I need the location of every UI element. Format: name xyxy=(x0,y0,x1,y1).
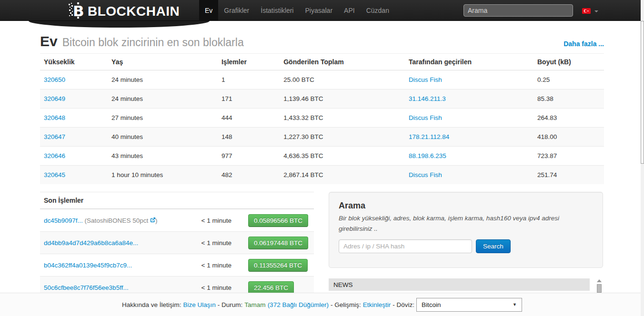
caret-down-icon xyxy=(594,10,598,12)
search-input[interactable] xyxy=(339,239,472,253)
tx-amount-button[interactable]: 0.06197448 BTC xyxy=(248,237,308,249)
block-height-link[interactable]: 320649 xyxy=(44,95,65,102)
block-total-sent: 1,433.32 BTC xyxy=(280,109,405,128)
block-age: 1 hour 10 minutes xyxy=(108,166,218,185)
currency-select[interactable]: Bitcoin ▼ xyxy=(416,298,522,312)
page-header: Ev Bitcoin blok zincirinin en son blokla… xyxy=(40,33,604,54)
table-row: 320645 1 hour 10 minutes 482 2,867.14 BT… xyxy=(40,166,604,185)
main-content: Ev Bitcoin blok zincirinin en son blokla… xyxy=(40,33,604,298)
block-size: 723.87 xyxy=(533,147,604,166)
tx-amount-button[interactable]: 0.11355264 BTC xyxy=(248,259,308,272)
bitcoin-logo-icon: B xyxy=(68,2,86,21)
col-relayed-by: Tarafından geçirilen xyxy=(405,54,533,70)
table-row: 320648 27 minutes 444 1,433.32 BTC Discu… xyxy=(40,109,604,128)
tx-time: < 1 minute xyxy=(184,262,231,269)
block-tx-count: 977 xyxy=(218,147,280,166)
enable-advanced-link[interactable]: Etkinleştir xyxy=(363,301,391,308)
recent-transactions-panel: Son İşlemler dc45b9097f... (SatoshiBONES… xyxy=(40,192,314,298)
tx-hash-link[interactable]: 50c6cfbee8c7f76f56ee3b5ff... xyxy=(44,284,129,291)
block-height-link[interactable]: 320647 xyxy=(44,133,65,140)
advanced-label: - Gelişmiş: xyxy=(331,301,361,308)
block-age: 24 minutes xyxy=(108,70,218,89)
block-height-link[interactable]: 320648 xyxy=(44,114,65,121)
tx-hash-link[interactable]: b04c362ff4a0139e45f9cb7c9... xyxy=(44,262,132,269)
news-scrollbar[interactable] xyxy=(596,279,602,293)
page-scrollbar-thumb[interactable] xyxy=(641,21,644,164)
tx-amount-button[interactable]: 22.456 BTC xyxy=(248,281,294,294)
block-age: 40 minutes xyxy=(108,128,218,147)
footer: Hakkında ve İletişim: Bize Ulaşın - Duru… xyxy=(0,293,644,316)
connected-nodes-link[interactable]: (372 Bağlı Düğümler) xyxy=(268,301,329,308)
relayed-by-link[interactable]: Discus Fish xyxy=(409,76,442,83)
contact-link[interactable]: Bize Ulaşın xyxy=(183,301,216,308)
nav-item-piyasalar[interactable]: Piyasalar xyxy=(299,0,338,20)
col-size: Boyut (kB) xyxy=(533,54,604,70)
logo-swoosh xyxy=(29,21,210,28)
nav-item-api[interactable]: API xyxy=(338,0,361,20)
table-header-row: Yükseklik Yaş Işlemler Gönderilen Toplam… xyxy=(40,54,604,70)
tx-time: < 1 minute xyxy=(184,217,231,224)
language-selector[interactable] xyxy=(582,7,598,16)
external-link-icon[interactable] xyxy=(150,217,155,224)
news-scrollbar-thumb[interactable] xyxy=(597,284,602,293)
block-height-link[interactable]: 320650 xyxy=(44,76,65,83)
col-age: Yaş xyxy=(108,54,218,70)
nav-item-grafikler[interactable]: Grafikler xyxy=(218,0,255,20)
page-scrollbar[interactable] xyxy=(641,0,644,316)
search-panel-description: Bir blok yüksekliği, adres, blok karma, … xyxy=(339,213,593,234)
transactions-title: Son İşlemler xyxy=(40,192,314,209)
table-row: 320647 40 minutes 148 1,227.30 BTC 178.2… xyxy=(40,128,604,147)
block-total-sent: 1,227.30 BTC xyxy=(280,128,405,147)
relayed-by-link[interactable]: Discus Fish xyxy=(409,171,442,178)
col-total-sent: Gönderilen Toplam xyxy=(280,54,405,70)
col-transactions: Işlemler xyxy=(218,54,280,70)
block-age: 24 minutes xyxy=(108,89,218,109)
dropdown-arrow-icon: ▼ xyxy=(513,302,517,307)
block-tx-count: 171 xyxy=(218,89,280,109)
navbar: B BLOCKCHAIN Ev Grafikler İstatistikleri… xyxy=(0,0,641,21)
block-age: 27 minutes xyxy=(108,109,218,128)
table-row: 320650 24 minutes 1 25.00 BTC Discus Fis… xyxy=(40,70,604,89)
status-label: - Durum: xyxy=(218,301,243,308)
search-panel: Arama Bir blok yüksekliği, adres, blok k… xyxy=(329,192,603,268)
block-age: 43 minutes xyxy=(108,147,218,166)
tx-amount-button[interactable]: 0.05896566 BTC xyxy=(248,214,308,227)
transaction-row: dc45b9097f... (SatoshiBONES 50pct ) < 1 … xyxy=(40,209,314,231)
block-tx-count: 1 xyxy=(218,70,280,89)
col-height: Yükseklik xyxy=(40,54,108,70)
relayed-by-link[interactable]: 178.21.112.84 xyxy=(409,133,449,140)
nav-item-ev[interactable]: Ev xyxy=(199,0,218,20)
more-blocks-link[interactable]: Daha fazla ... xyxy=(564,40,604,48)
block-height-link[interactable]: 320645 xyxy=(44,171,65,178)
relayed-by-link[interactable]: 88.198.6.235 xyxy=(409,152,446,159)
transaction-row: dd4bb9a4d7d429a6b8ca6a84e... < 1 minute … xyxy=(40,231,314,254)
table-row: 320646 43 minutes 977 4,636.35 BTC 88.19… xyxy=(40,147,604,166)
page-subtitle: Bitcoin blok zincirinin en son bloklarla xyxy=(62,36,244,49)
about-label: Hakkında ve İletişim: xyxy=(122,301,181,308)
search-button[interactable]: Search xyxy=(476,239,511,253)
block-size: 418.00 xyxy=(533,128,604,147)
block-total-sent: 4,636.35 BTC xyxy=(280,147,405,166)
tx-time: < 1 minute xyxy=(184,284,231,291)
status-badge: Tamam xyxy=(244,301,265,308)
block-tx-count: 444 xyxy=(218,109,280,128)
table-row: 320649 24 minutes 171 1,139.46 BTC 31.14… xyxy=(40,89,604,109)
scroll-up-icon[interactable] xyxy=(597,279,602,282)
block-height-link[interactable]: 320646 xyxy=(44,152,65,159)
blockchain-logo[interactable]: B BLOCKCHAIN xyxy=(68,2,180,21)
page-title: Ev xyxy=(40,33,58,49)
relayed-by-link[interactable]: 31.146.211.3 xyxy=(409,95,446,102)
block-total-sent: 25.00 BTC xyxy=(280,70,405,89)
news-panel-title: NEWS xyxy=(329,278,590,291)
relayed-by-link[interactable]: Discus Fish xyxy=(409,114,442,121)
navbar-search-input[interactable] xyxy=(463,4,573,17)
search-panel-title: Arama xyxy=(339,201,593,211)
nav-item-cuzdan[interactable]: Cüzdan xyxy=(361,0,395,20)
block-tx-count: 482 xyxy=(218,166,280,185)
tx-hash-link[interactable]: dd4bb9a4d7d429a6b8ca6a84e... xyxy=(44,239,138,247)
currency-label: - Döviz: xyxy=(392,301,414,308)
tx-hash-link[interactable]: dc45b9097f... xyxy=(44,217,83,224)
tx-tag: (SatoshiBONES 50pct ) xyxy=(85,217,158,224)
nav-item-istatistikleri[interactable]: İstatistikleri xyxy=(255,0,299,20)
block-size: 85.38 xyxy=(533,89,604,109)
